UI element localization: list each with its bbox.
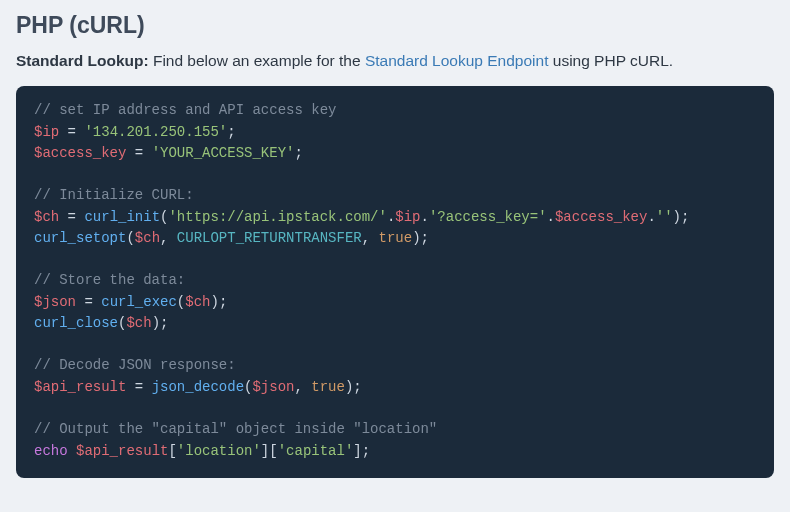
code-op: ); bbox=[673, 209, 690, 225]
code-bool: true bbox=[311, 379, 345, 395]
code-comment: // Decode JSON response: bbox=[34, 357, 236, 373]
code-op: ; bbox=[227, 124, 235, 140]
code-string: 'YOUR_ACCESS_KEY' bbox=[152, 145, 295, 161]
code-var: $ch bbox=[34, 209, 59, 225]
code-op: = bbox=[59, 124, 84, 140]
code-comment: // set IP address and API access key bbox=[34, 102, 336, 118]
code-op: = bbox=[76, 294, 101, 310]
code-var: $api_result bbox=[34, 379, 126, 395]
code-op bbox=[68, 443, 76, 459]
code-op: ); bbox=[345, 379, 362, 395]
code-const: CURLOPT_RETURNTRANSFER bbox=[177, 230, 362, 246]
standard-lookup-link[interactable]: Standard Lookup Endpoint bbox=[365, 52, 549, 69]
intro-paragraph: Standard Lookup: Find below an example f… bbox=[16, 49, 774, 72]
code-op: ( bbox=[177, 294, 185, 310]
code-block: // set IP address and API access key $ip… bbox=[16, 86, 774, 478]
code-string: '134.201.250.155' bbox=[84, 124, 227, 140]
code-var: $ip bbox=[34, 124, 59, 140]
code-op: . bbox=[647, 209, 655, 225]
code-op: ][ bbox=[261, 443, 278, 459]
code-var: $access_key bbox=[34, 145, 126, 161]
code-var: $ip bbox=[395, 209, 420, 225]
code-op: , bbox=[160, 230, 177, 246]
code-op: [ bbox=[168, 443, 176, 459]
code-op: ( bbox=[126, 230, 134, 246]
code-op: . bbox=[421, 209, 429, 225]
code-fn: curl_close bbox=[34, 315, 118, 331]
code-op: ]; bbox=[353, 443, 370, 459]
code-fn: curl_setopt bbox=[34, 230, 126, 246]
code-var: $ch bbox=[135, 230, 160, 246]
code-op: ); bbox=[152, 315, 169, 331]
code-comment: // Output the "capital" object inside "l… bbox=[34, 421, 437, 437]
code-keyword: echo bbox=[34, 443, 68, 459]
code-comment: // Store the data: bbox=[34, 272, 185, 288]
code-string: 'capital' bbox=[278, 443, 354, 459]
doc-section: PHP (cURL) Standard Lookup: Find below a… bbox=[0, 0, 790, 490]
intro-text-before: Find below an example for the bbox=[149, 52, 365, 69]
code-op: . bbox=[547, 209, 555, 225]
code-op: = bbox=[126, 145, 151, 161]
code-string: '' bbox=[656, 209, 673, 225]
code-var: $access_key bbox=[555, 209, 647, 225]
code-fn: json_decode bbox=[152, 379, 244, 395]
intro-bold: Standard Lookup: bbox=[16, 52, 149, 69]
code-op: ); bbox=[210, 294, 227, 310]
code-comment: // Initialize CURL: bbox=[34, 187, 194, 203]
code-op: ); bbox=[412, 230, 429, 246]
section-heading: PHP (cURL) bbox=[16, 12, 774, 39]
code-string: 'location' bbox=[177, 443, 261, 459]
code-op: , bbox=[294, 379, 311, 395]
code-fn: curl_exec bbox=[101, 294, 177, 310]
code-string: '?access_key=' bbox=[429, 209, 547, 225]
intro-text-after: using PHP cURL. bbox=[548, 52, 673, 69]
code-op: , bbox=[362, 230, 379, 246]
code-op: = bbox=[59, 209, 84, 225]
code-fn: curl_init bbox=[84, 209, 160, 225]
code-string: 'https://api.ipstack.com/' bbox=[168, 209, 386, 225]
code-var: $ch bbox=[185, 294, 210, 310]
code-var: $api_result bbox=[76, 443, 168, 459]
code-op: ; bbox=[294, 145, 302, 161]
code-op: = bbox=[126, 379, 151, 395]
code-var: $json bbox=[34, 294, 76, 310]
code-var: $json bbox=[252, 379, 294, 395]
code-var: $ch bbox=[126, 315, 151, 331]
code-bool: true bbox=[379, 230, 413, 246]
